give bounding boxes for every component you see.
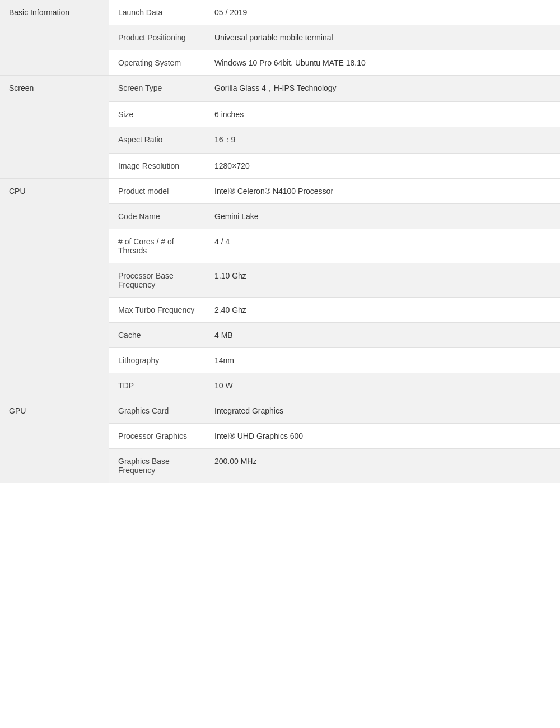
spec-value: Universal portable mobile terminal bbox=[206, 25, 560, 50]
spec-value: 10 W bbox=[206, 373, 560, 398]
spec-value: 4 / 4 bbox=[206, 229, 560, 263]
category-cell: Screen bbox=[0, 76, 109, 179]
spec-label: Product model bbox=[109, 179, 206, 204]
spec-label: Max Turbo Frequency bbox=[109, 298, 206, 323]
spec-label: Screen Type bbox=[109, 76, 206, 102]
spec-value: 16：9 bbox=[206, 127, 560, 154]
spec-label: Product Positioning bbox=[109, 25, 206, 50]
spec-value: 4 MB bbox=[206, 323, 560, 348]
spec-label: TDP bbox=[109, 373, 206, 398]
spec-value: Integrated Graphics bbox=[206, 398, 560, 424]
spec-label: Size bbox=[109, 102, 206, 127]
spec-value: Gemini Lake bbox=[206, 204, 560, 229]
spec-value: Windows 10 Pro 64bit. Ubuntu MATE 18.10 bbox=[206, 50, 560, 76]
category-cell: Basic Information bbox=[0, 0, 109, 76]
table-row: ScreenScreen TypeGorilla Glass 4，H-IPS T… bbox=[0, 76, 560, 102]
spec-value: 6 inches bbox=[206, 102, 560, 127]
category-label: Screen bbox=[9, 84, 34, 92]
table-row: GPUGraphics CardIntegrated Graphics bbox=[0, 398, 560, 424]
spec-value: 1280×720 bbox=[206, 154, 560, 179]
spec-label: Launch Data bbox=[109, 0, 206, 25]
category-label: GPU bbox=[9, 406, 26, 415]
category-cell: CPU bbox=[0, 179, 109, 398]
category-cell: GPU bbox=[0, 398, 109, 483]
spec-label: Lithography bbox=[109, 348, 206, 373]
spec-label: Graphics Card bbox=[109, 398, 206, 424]
spec-value: 14nm bbox=[206, 348, 560, 373]
spec-table: Basic InformationLaunch Data05 / 2019Pro… bbox=[0, 0, 560, 483]
spec-value: Intel® Celeron® N4100 Processor bbox=[206, 179, 560, 204]
spec-label: Code Name bbox=[109, 204, 206, 229]
spec-value: 1.10 Ghz bbox=[206, 263, 560, 298]
spec-label: Operating System bbox=[109, 50, 206, 76]
category-label: CPU bbox=[9, 187, 26, 196]
table-row: Basic InformationLaunch Data05 / 2019 bbox=[0, 0, 560, 25]
spec-value: 05 / 2019 bbox=[206, 0, 560, 25]
spec-value: Gorilla Glass 4，H-IPS Technology bbox=[206, 76, 560, 102]
spec-label: Cache bbox=[109, 323, 206, 348]
spec-label: # of Cores / # of Threads bbox=[109, 229, 206, 263]
category-label: Basic Information bbox=[9, 8, 69, 17]
table-row: CPUProduct modelIntel® Celeron® N4100 Pr… bbox=[0, 179, 560, 204]
spec-label: Processor Graphics bbox=[109, 424, 206, 449]
spec-value: 200.00 MHz bbox=[206, 449, 560, 483]
spec-value: 2.40 Ghz bbox=[206, 298, 560, 323]
spec-value: Intel® UHD Graphics 600 bbox=[206, 424, 560, 449]
spec-label: Processor Base Frequency bbox=[109, 263, 206, 298]
spec-label: Aspect Ratio bbox=[109, 127, 206, 154]
spec-label: Graphics Base Frequency bbox=[109, 449, 206, 483]
spec-label: Image Resolution bbox=[109, 154, 206, 179]
